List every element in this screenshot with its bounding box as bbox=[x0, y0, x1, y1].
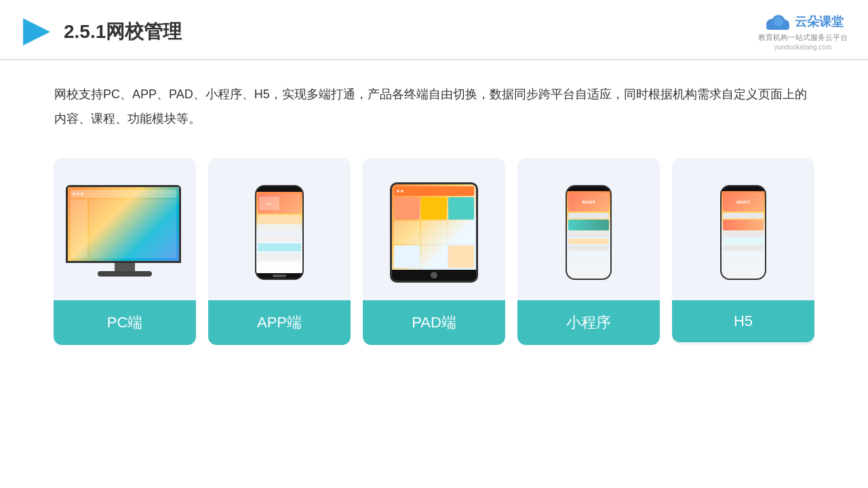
svg-marker-0 bbox=[23, 18, 50, 45]
card-h5-label: H5 bbox=[672, 300, 814, 342]
card-miniprogram-image: 招生助手 bbox=[517, 171, 660, 293]
logo-tagline: 教育机构一站式服务云平台 bbox=[758, 33, 848, 43]
card-h5: 招生助手 H5 bbox=[672, 158, 814, 345]
play-icon bbox=[20, 16, 53, 48]
svg-point-5 bbox=[774, 17, 783, 26]
card-app-image: 招生 bbox=[208, 171, 351, 293]
card-app-label: APP端 bbox=[208, 300, 351, 345]
card-pad-label: PAD端 bbox=[363, 300, 505, 345]
header-left: 2.5.1网校管理 bbox=[20, 16, 182, 48]
miniprogram-phone-mockup: 招生助手 bbox=[566, 185, 612, 280]
card-pc-image bbox=[54, 171, 196, 293]
card-miniprogram-label: 小程序 bbox=[517, 300, 660, 345]
app-phone-mockup: 招生 bbox=[255, 185, 304, 280]
logo-area: 云朵课堂 教育机构一站式服务云平台 yunduoketang.com bbox=[758, 12, 848, 51]
card-pad: PAD端 bbox=[363, 158, 505, 345]
cards-area: PC端 招生 bbox=[0, 144, 868, 359]
pad-tablet-mockup bbox=[390, 182, 478, 283]
card-pad-image bbox=[363, 171, 505, 293]
card-h5-image: 招生助手 bbox=[672, 171, 814, 293]
page-header: 2.5.1网校管理 云朵课堂 教育机构一站式服务云平台 yunduoketang… bbox=[0, 0, 868, 60]
pc-mockup bbox=[66, 185, 184, 280]
h5-phone-mockup: 招生助手 bbox=[720, 185, 766, 280]
card-miniprogram: 招生助手 小程序 bbox=[517, 158, 660, 345]
logo-domain: yunduoketang.com bbox=[774, 43, 832, 51]
logo-cloud: 云朵课堂 bbox=[762, 12, 844, 31]
card-pc-label: PC端 bbox=[54, 300, 196, 345]
logo-brand-text: 云朵课堂 bbox=[795, 14, 844, 30]
cloud-icon bbox=[762, 12, 791, 31]
card-app: 招生 APP端 bbox=[208, 158, 351, 345]
page-title: 2.5.1网校管理 bbox=[64, 19, 182, 45]
card-pc: PC端 bbox=[54, 158, 196, 345]
description-text: 网校支持PC、APP、PAD、小程序、H5，实现多端打通，产品各终端自由切换，数… bbox=[0, 60, 868, 144]
